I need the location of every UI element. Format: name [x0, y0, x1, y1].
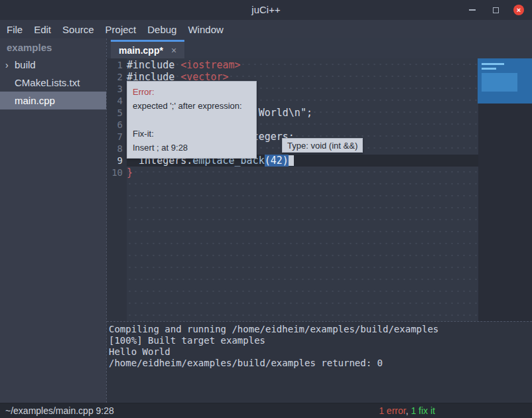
tooltip-spacer [133, 113, 251, 127]
close-icon: × [517, 5, 521, 15]
line-number: 10 [107, 167, 127, 178]
menu-edit[interactable]: Edit [34, 24, 51, 35]
restore-icon [493, 7, 499, 13]
diagnostic-tooltip: Error: expected ';' after expression: Fi… [127, 81, 257, 159]
menu-project[interactable]: Project [105, 24, 137, 35]
file-tree: ›buildCMakeLists.txtmain.cpp [0, 56, 106, 109]
tab-label: main.cpp* [119, 45, 163, 56]
line-number: 4 [107, 95, 127, 107]
window-title: juCi++ [0, 0, 532, 20]
tab-main-cpp[interactable]: main.cpp* × [111, 40, 184, 58]
menu-window[interactable]: Window [188, 24, 223, 35]
diagnostics-status: 1 error, 1 fix it [379, 403, 435, 418]
error-message: expected ';' after expression: [133, 99, 251, 113]
terminal-panel[interactable]: Compiling and running /home/eidheim/exam… [107, 321, 532, 403]
main-area: examples ›buildCMakeLists.txtmain.cpp ma… [0, 38, 532, 403]
close-button[interactable]: × [513, 5, 524, 15]
restore-button[interactable] [490, 5, 501, 15]
type-tooltip: Type: void (int &&) [282, 138, 363, 153]
app-window: juCi++ × FileEditSourceProjectDebugWindo… [0, 0, 532, 418]
project-folder-name: examples [0, 38, 106, 56]
editor-pane: main.cpp* × 1#include <iostream>2#includ… [106, 38, 532, 403]
chevron-right-icon: › [5, 60, 15, 70]
titlebar: juCi++ × [0, 0, 532, 20]
error-count: 1 error [379, 405, 405, 416]
tree-item-label: CMakeLists.txt [15, 77, 80, 88]
code-line-10[interactable]: 10} [107, 167, 532, 178]
fixit-title: Fix-it: [133, 127, 251, 141]
code-segment: <iostream> [180, 59, 240, 71]
terminal-line: Hello World [109, 346, 532, 358]
menu-source[interactable]: Source [62, 24, 94, 35]
line-number: 2 [107, 71, 127, 83]
tab-close-icon[interactable]: × [171, 45, 176, 56]
line-number: 5 [107, 107, 127, 119]
minimize-icon [469, 9, 476, 11]
tab-bar: main.cpp* × [107, 38, 532, 58]
window-controls: × [467, 0, 524, 20]
code-text: #include <iostream> [127, 59, 478, 71]
line-number: 1 [107, 59, 127, 71]
menu-debug[interactable]: Debug [147, 24, 176, 35]
fixit-text: Insert ; at 9:28 [133, 141, 251, 155]
terminal-line: /home/eidheim/examples/build/examples re… [109, 358, 532, 369]
terminal-line: Compiling and running /home/eidheim/exam… [109, 324, 532, 335]
terminal-line: [100%] Built target examples [109, 335, 532, 346]
tree-item-label: main.cpp [15, 95, 55, 106]
code-line-1[interactable]: 1#include <iostream> [107, 59, 532, 71]
terminal-output: Compiling and running /home/eidheim/exam… [109, 324, 532, 369]
code-text: } [127, 167, 478, 178]
menu-file[interactable]: File [7, 24, 23, 35]
minimize-button[interactable] [467, 5, 478, 15]
fixit-count: 1 fix it [411, 405, 435, 416]
text-cursor [289, 155, 294, 166]
file-tree-sidebar: examples ›buildCMakeLists.txtmain.cpp [0, 38, 106, 403]
tree-item-label: build [15, 59, 36, 70]
line-number: 8 [107, 143, 127, 155]
code-segment: } [127, 167, 133, 178]
menubar: FileEditSourceProjectDebugWindow [0, 20, 532, 38]
error-title: Error: [133, 85, 251, 99]
cursor-location: ~/examples/main.cpp 9:28 [5, 405, 114, 416]
line-number: 6 [107, 119, 127, 131]
tree-item-cmakelists-txt[interactable]: CMakeLists.txt [0, 74, 106, 92]
line-number: 3 [107, 83, 127, 95]
code-segment: #include [127, 59, 180, 71]
line-number: 7 [107, 131, 127, 143]
code-segment: (42) [265, 155, 289, 167]
line-number: 9 [107, 155, 127, 167]
tree-item-build[interactable]: ›build [0, 56, 106, 74]
tree-item-main-cpp[interactable]: main.cpp [0, 92, 106, 109]
code-editor[interactable]: 1#include <iostream>2#include <vector>34… [107, 58, 532, 321]
status-bar: ~/examples/main.cpp 9:28 1 error, 1 fix … [0, 403, 532, 418]
